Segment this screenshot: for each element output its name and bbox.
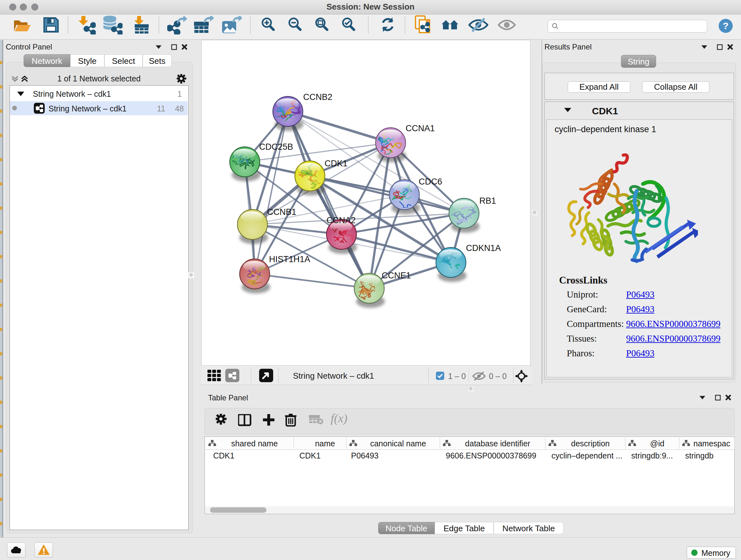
svg-text:HIST1H1A: HIST1H1A: [269, 254, 310, 264]
svg-text:CCNB2: CCNB2: [303, 92, 333, 102]
svg-text:CDC25B: CDC25B: [259, 142, 293, 152]
svg-text:CDC6: CDC6: [419, 177, 442, 186]
svg-text:CCNA2: CCNA2: [327, 215, 356, 225]
svg-text:CDKN1A: CDKN1A: [466, 243, 501, 253]
svg-text:CCNE1: CCNE1: [382, 271, 411, 280]
svg-text:CCNA1: CCNA1: [406, 124, 435, 133]
svg-text:CDK1: CDK1: [325, 159, 347, 168]
svg-text:CCNB1: CCNB1: [267, 207, 296, 217]
svg-text:RB1: RB1: [479, 196, 496, 206]
